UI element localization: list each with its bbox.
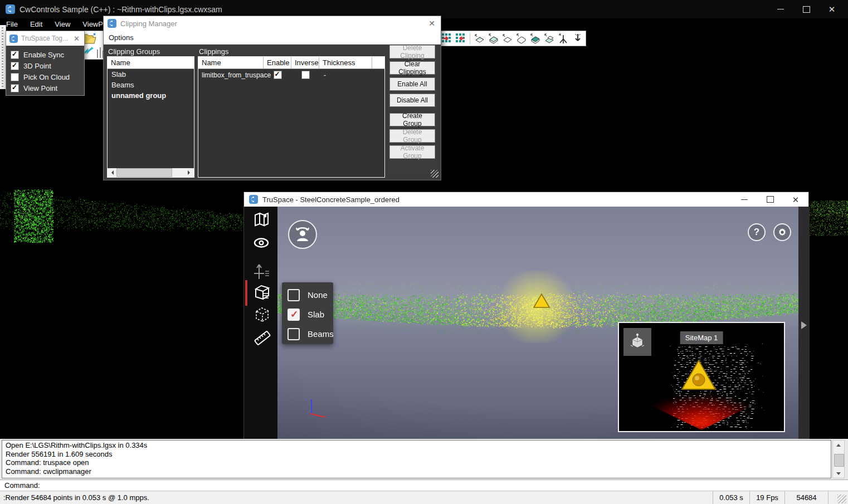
sitemap-tool-icon[interactable] [254, 212, 269, 229]
clipping-inverse-checkbox[interactable] [301, 71, 310, 79]
enable-sync-checkbox[interactable] [11, 51, 19, 59]
toggle-view-point[interactable]: View Point [11, 82, 84, 94]
expand-panel-arrow-icon[interactable] [801, 321, 811, 329]
truspace-title: TruSpace - SteelConcreteSample_ordered [262, 195, 399, 204]
clip-slab-icon-3[interactable] [501, 32, 514, 45]
sitemap-cube-button[interactable] [623, 328, 651, 356]
toggle-enable-sync[interactable]: Enable Sync [11, 49, 84, 60]
menu-options[interactable]: Options [104, 33, 139, 42]
clip-slab-icon-5[interactable] [529, 32, 542, 45]
scroll-right-icon[interactable] [185, 168, 194, 177]
minimize-button[interactable] [768, 0, 793, 18]
clip-slab-icon-6[interactable] [543, 32, 556, 45]
close-button[interactable]: ✕ [819, 0, 845, 18]
scroll-up-icon[interactable] [833, 441, 844, 449]
scroll-thumb[interactable] [116, 168, 172, 177]
none-checkbox[interactable] [287, 289, 300, 301]
truspace-window: TruSpace - SteelConcreteSample_ordered ✕ [243, 192, 809, 459]
main-window-title: CwControls Sample (C++) : ~Rithm-withCli… [20, 5, 222, 14]
clip-slab-icon-1[interactable] [473, 32, 486, 45]
clipping-groups-list[interactable]: Name Slab Beams unnamed group [107, 56, 194, 178]
scroll-down-icon[interactable] [833, 469, 844, 478]
command-input-row[interactable]: Command: [0, 479, 848, 491]
sitemap-inset[interactable]: SiteMap 1 [618, 322, 785, 432]
truspace-titlebar[interactable]: TruSpace - SteelConcreteSample_ordered ✕ [244, 192, 808, 207]
help-glyph: ? [754, 227, 759, 238]
clip-slab-icon-4[interactable] [515, 32, 528, 45]
settings-button[interactable] [773, 223, 791, 241]
elevation-tool-icon[interactable] [254, 261, 270, 282]
viewpoint-marker[interactable] [533, 293, 550, 311]
groups-hscrollbar[interactable] [108, 168, 194, 177]
status-fps: 19 Fps [749, 491, 784, 504]
help-button[interactable]: ? [748, 223, 766, 241]
truspace-minimize-button[interactable] [732, 192, 757, 207]
clipping-enable-checkbox[interactable] [274, 71, 282, 79]
clip-option-slab[interactable]: Slab [287, 305, 333, 324]
log-line: Command: cwclipmanager [6, 467, 827, 476]
toggle-pick-on-cloud[interactable]: Pick On Cloud [11, 71, 84, 82]
group-item-slab[interactable]: Slab [108, 69, 194, 80]
application-window: CwControls Sample (C++) : ~Rithm-withCli… [0, 0, 848, 504]
truspace-close-button[interactable]: ✕ [783, 192, 808, 207]
clip-option-none[interactable]: None [287, 285, 333, 305]
truspace-maximize-button[interactable] [757, 192, 783, 207]
view-tool-icon[interactable] [254, 237, 269, 251]
truspace-sidebar [244, 207, 277, 447]
delete-clipping-button[interactable]: Delete Clipping [389, 45, 435, 58]
truspace-side-rail [798, 207, 810, 447]
ruler-tool-icon[interactable] [254, 329, 271, 349]
clipping-selector-popup: None Slab Beams [282, 282, 333, 344]
clear-clippings-button[interactable]: Clear Clippings [389, 61, 435, 75]
clipping-thickness: - [319, 71, 326, 79]
menu-view[interactable]: View [48, 18, 76, 31]
col-inverse: Inverse [291, 57, 319, 68]
scroll-left-icon[interactable] [108, 168, 116, 177]
maximize-button[interactable] [793, 0, 819, 18]
clippings-table[interactable]: Name Enable Inverse Thickness limitbox_f… [198, 56, 385, 178]
command-log[interactable]: Open E:\LGS\Rithm-withClips.lgsx in 0.33… [2, 440, 831, 478]
create-group-button[interactable]: Create Group [389, 113, 435, 126]
log-scrollbar[interactable] [832, 440, 845, 478]
enable-all-button[interactable]: Enable All [389, 77, 435, 91]
toggle-3d-point[interactable]: 3D Point [11, 60, 84, 71]
points-in-icon[interactable] [440, 32, 453, 45]
clippings-label: Clippings [199, 47, 228, 56]
beams-checkbox[interactable] [287, 328, 300, 340]
clip-slab-icon-2[interactable] [487, 32, 500, 45]
groups-header-name: Name [108, 57, 194, 68]
tripod-icon[interactable] [557, 32, 570, 45]
truspace-viewport[interactable]: ? None Slab B [277, 207, 798, 447]
delete-group-button[interactable]: Delete Group [389, 129, 435, 143]
clipping-tool-icon[interactable] [254, 283, 270, 302]
clipping-manager-close-icon[interactable]: ✕ [423, 19, 441, 28]
clipping-tool-selected-indicator [245, 280, 247, 306]
limitbox-tool-icon[interactable] [254, 306, 270, 325]
log-line: Open E:\LGS\Rithm-withClips.lgsx in 0.33… [6, 441, 827, 450]
look-around-button[interactable] [288, 220, 317, 249]
activate-group-button[interactable]: Activate Group [389, 145, 435, 159]
clipping-row[interactable]: limitbox_from_truspace - [198, 69, 384, 81]
points-out-icon[interactable] [454, 32, 467, 45]
truspace-tog-close-icon[interactable]: ✕ [69, 35, 84, 43]
view-point-checkbox[interactable] [11, 84, 19, 92]
clipping-manager-icon [108, 19, 116, 28]
slab-checkbox[interactable] [287, 309, 300, 321]
group-item-beams[interactable]: Beams [108, 80, 194, 90]
group-item-unnamed[interactable]: unnamed group [108, 90, 194, 101]
sitemap-scanner-marker[interactable] [680, 359, 717, 393]
clipping-manager-titlebar[interactable]: Clipping Manager ✕ [104, 16, 441, 31]
menu-edit[interactable]: Edit [24, 18, 48, 31]
pick-on-cloud-checkbox[interactable] [11, 73, 19, 81]
dialog-resize-grip[interactable] [431, 170, 438, 178]
log-scroll-thumb[interactable] [834, 454, 844, 467]
status-spacer [828, 491, 834, 504]
3d-point-checkbox[interactable] [11, 62, 19, 70]
col-name: Name [198, 57, 264, 68]
clip-option-beams[interactable]: Beams [287, 324, 333, 344]
app-icon [6, 4, 15, 14]
truspace-tog-titlebar[interactable]: TruSpace Tog... ✕ [6, 31, 84, 46]
disable-all-button[interactable]: Disable All [389, 94, 435, 107]
drop-to-ground-icon[interactable] [571, 32, 584, 45]
statusbar-resize-grip[interactable] [837, 495, 846, 503]
